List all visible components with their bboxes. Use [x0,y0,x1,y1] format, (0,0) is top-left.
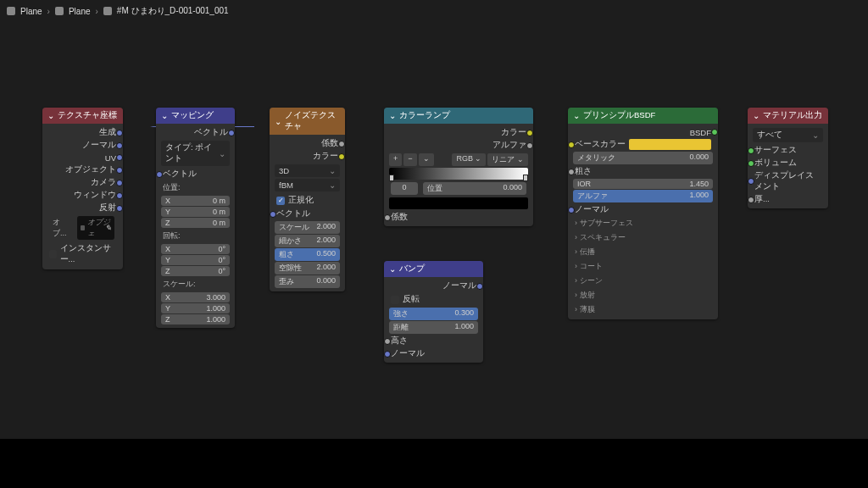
out-vector: ベクトル [194,127,228,138]
node-material-output[interactable]: マテリアル出力 すべて サーフェス ボリューム ディスプレイスメント 厚... [748,108,828,208]
ior-field[interactable]: IOR1.450 [573,179,713,189]
out-generated: 生成 [99,127,116,138]
loc-z[interactable]: Z0 m [161,218,230,228]
scl-z[interactable]: Z1.000 [161,314,230,324]
footer-bar [0,439,868,488]
interp-dropdown[interactable]: リニア ⌄ [487,153,528,166]
sec-emission[interactable]: 放射 [571,288,715,302]
add-stop-button[interactable]: + [389,153,402,166]
dim-dropdown[interactable]: 3D [275,164,340,177]
roughness-field[interactable]: 粗さ0.500 [275,248,340,261]
in-thickness: 厚... [754,194,770,205]
detail-field[interactable]: 細かさ2.000 [275,235,340,247]
position-field[interactable]: 位置0.000 [423,182,526,195]
node-principled-bsdf[interactable]: プリンシプルBSDF BSDF ベースカラー メタリック0.000 粗さ IOR… [568,108,718,319]
node-header[interactable]: カラーランプ [384,108,533,124]
color-swatch[interactable] [389,197,528,209]
node-header[interactable]: テクスチャ座標 [42,108,123,124]
out-bsdf: BSDF [690,128,711,137]
scale-label: スケール: [159,277,231,291]
node-mapping[interactable]: マッピング ベクトル タイプ: ポイント ベクトル 位置: X0 m Y0 m … [156,108,235,328]
out-fac: 係数 [321,138,338,149]
sec-thinfilm[interactable]: 薄膜 [571,302,715,317]
sec-subsurface[interactable]: サブサーフェス [571,216,715,230]
node-header[interactable]: ノイズテクスチャ [270,108,345,135]
out-object: オブジェクト [65,164,116,175]
scl-x[interactable]: X3.000 [161,292,230,302]
object-field[interactable]: オブジェ✎ [77,216,114,240]
node-canvas[interactable]: テクスチャ座標 生成 ノーマル UV オブジェクト カメラ ウィンドウ 反射 オ… [0,0,868,488]
node-noise[interactable]: ノイズテクスチャ 係数 カラー 3D fBM ✓正規化 ベクトル スケール2.0… [270,108,345,291]
alpha-field[interactable]: アルファ1.000 [573,190,713,202]
node-header[interactable]: マッピング [156,108,235,124]
sec-sheen[interactable]: シーン [571,274,715,288]
ramp-toolbar: + − ⌄ RGB ⌄ リニア ⌄ [389,153,528,166]
scl-y[interactable]: Y1.000 [161,303,230,313]
rot-y[interactable]: Y0° [161,255,230,265]
out-normal: ノーマル [82,140,116,151]
node-bump[interactable]: バンプ ノーマル 反転 強さ0.300 距離1.000 高さ ノーマル [384,261,483,363]
ramp-gradient[interactable] [389,168,528,180]
target-dropdown[interactable]: すべて [753,128,823,142]
instancer-check[interactable]: インスタンサー... [46,241,120,267]
mode-dropdown[interactable]: RGB ⌄ [452,153,486,166]
location-label: 位置: [159,180,231,195]
out-uv: UV [105,153,116,163]
out-alpha: アルファ [492,140,526,151]
in-displacement: ディスプレイスメント [754,170,821,192]
in-normal: ノーマル [575,204,609,215]
node-header[interactable]: プリンシプルBSDF [568,108,718,124]
out-normal: ノーマル [442,280,476,291]
in-normal: ノーマル [391,348,425,359]
loc-x[interactable]: X0 m [161,196,230,206]
node-header[interactable]: バンプ [384,261,483,277]
stop-index[interactable]: 0 [391,182,418,195]
in-height: 高さ [391,336,408,347]
mode-dropdown[interactable]: fBM [275,179,340,191]
distortion-field[interactable]: 歪み0.000 [275,275,340,288]
in-volume: ボリューム [754,158,797,169]
node-color-ramp[interactable]: カラーランプ カラー アルファ + − ⌄ RGB ⌄ リニア ⌄ 0 位置0.… [384,108,533,226]
lacunarity-field[interactable]: 空隙性2.000 [275,262,340,274]
rot-x[interactable]: X0° [161,244,230,254]
node-texcoord[interactable]: テクスチャ座標 生成 ノーマル UV オブジェクト カメラ ウィンドウ 反射 オ… [42,108,123,269]
invert-check[interactable]: 反転 [387,292,480,307]
node-header[interactable]: マテリアル出力 [748,108,828,124]
normalize-check[interactable]: ✓正規化 [273,193,342,208]
out-camera: カメラ [91,177,116,188]
in-vector: ベクトル [163,169,197,180]
type-dropdown[interactable]: タイプ: ポイント [161,141,230,166]
sec-coat[interactable]: コート [571,259,715,274]
base-color-label: ベースカラー [575,139,626,150]
sec-specular[interactable]: スペキュラー [571,230,715,245]
out-window: ウィンドウ [74,190,116,201]
ramp-menu-button[interactable]: ⌄ [419,153,434,166]
base-color-swatch[interactable] [629,139,711,150]
object-label: オブ... [49,215,73,241]
distance-field[interactable]: 距離1.000 [389,321,478,334]
sec-transmission[interactable]: 伝播 [571,245,715,259]
strength-field[interactable]: 強さ0.300 [389,308,478,320]
out-color: カラー [501,127,526,138]
in-fac: 係数 [391,212,408,223]
out-reflection: 反射 [99,202,116,214]
rotation-label: 回転: [159,229,231,243]
in-surface: サーフェス [754,145,797,156]
loc-y[interactable]: Y0 m [161,207,230,217]
rot-z[interactable]: Z0° [161,266,230,276]
in-roughness: 粗さ [575,166,592,177]
remove-stop-button[interactable]: − [403,153,416,166]
scale-field[interactable]: スケール2.000 [275,221,340,234]
out-color: カラー [313,151,338,162]
in-vector: ベクトル [276,208,310,219]
metallic-field[interactable]: メタリック0.000 [573,152,713,164]
